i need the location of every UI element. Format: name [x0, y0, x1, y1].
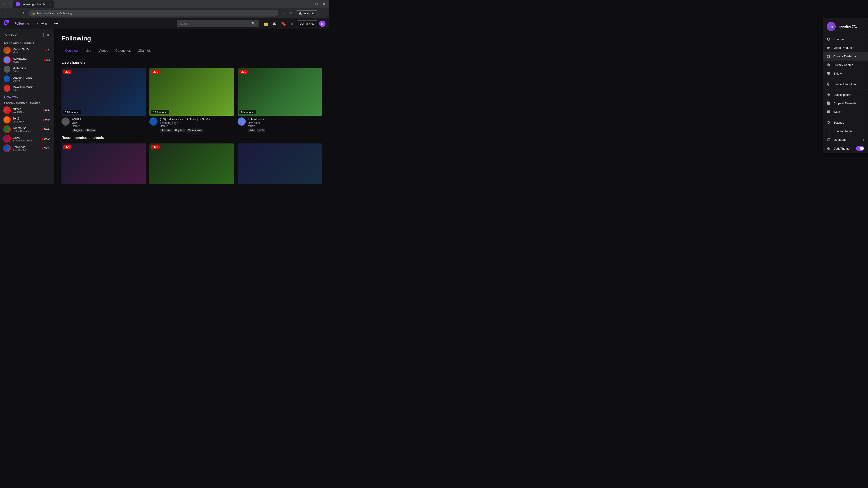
sidebar-item[interactable]: caseoh_ 60 Seconds! Reat... 60.1K: [0, 134, 54, 143]
sidebar-collapse-button[interactable]: ←|: [39, 32, 45, 37]
sidebar-item[interactable]: ironmouse Lethal Company 16.6K: [0, 125, 54, 134]
streamer-avatar: [61, 118, 70, 126]
page-title: Following: [61, 35, 322, 42]
maximize-button[interactable]: □: [313, 1, 320, 7]
user-avatar-button[interactable]: M: [319, 21, 326, 27]
minimize-button[interactable]: —: [304, 1, 312, 7]
channel-sub: Offline: [13, 89, 51, 92]
live-indicator: [45, 50, 47, 51]
channel-info: ironmouse Lethal Company: [13, 126, 39, 132]
tab-live[interactable]: Live: [82, 46, 95, 55]
tab-categories[interactable]: Categories: [112, 46, 134, 55]
viewer-count: 386: [44, 59, 51, 61]
channel-info: TenZ VALORANT: [13, 117, 41, 123]
channel-card[interactable]: LIVE 1.3K viewers ANREL yowe Dota 2 Engl…: [61, 68, 146, 134]
channel-card[interactable]: LIVE 1.9K viewers (EN) Falcons vs PSG Qu…: [149, 68, 234, 134]
sidebar-item[interactable]: KaiCenat Just Chatting 63.2K: [0, 143, 54, 153]
channel-name: KaiCenat: [13, 145, 39, 149]
tab-channels[interactable]: Channels: [134, 46, 155, 55]
refresh-button[interactable]: ↻: [21, 10, 27, 16]
sidebar-item[interactable]: s0mcs VALORANT 8.3K: [0, 105, 54, 115]
sidebar-item[interactable]: MikaRoseMusic Offline: [0, 84, 54, 93]
show-more-button[interactable]: Show More: [0, 93, 54, 100]
stream-title: ANREL: [72, 118, 146, 121]
channel-sub: Just Chatting: [13, 149, 39, 151]
sidebar-item[interactable]: RayRachel Music 386: [0, 55, 54, 65]
stream-tag[interactable]: Esports: [160, 129, 172, 132]
channel-card[interactable]: LIVE 617 viewers Lots of fish ar RayRach…: [238, 68, 322, 134]
tab-back-button[interactable]: ‹: [2, 1, 6, 7]
viewer-count: 9.8K: [43, 119, 51, 121]
channel-card[interactable]: [238, 143, 322, 184]
url-bar[interactable]: 🔒 twitch.tv/directory/following: [29, 10, 278, 17]
stream-tag[interactable]: MLS: [257, 129, 266, 132]
channel-name: betboom_eng2: [13, 76, 51, 79]
new-tab-button[interactable]: +: [55, 1, 61, 7]
channel-avatar: [4, 57, 10, 63]
search-input[interactable]: [177, 22, 249, 25]
bookmark-button[interactable]: ☆: [280, 10, 286, 16]
tab-close-button[interactable]: ×: [49, 2, 51, 6]
sidebar-item[interactable]: betboom_eng2 Offline: [0, 74, 54, 84]
live-badge: LIVE: [63, 145, 71, 149]
prime-crown-button[interactable]: 👑: [262, 20, 270, 28]
live-badge: LIVE: [151, 145, 159, 149]
browser-menu-button[interactable]: ⋮: [320, 10, 327, 16]
channel-meta: (EN) Falcons vs PSG Quest | bo3 ( 0 - ..…: [149, 116, 234, 134]
back-button[interactable]: ←: [3, 10, 10, 16]
channel-name: RayRachel: [13, 57, 42, 60]
tab-videos[interactable]: Videos: [95, 46, 112, 55]
tab-overview[interactable]: Overview: [61, 46, 82, 55]
sidebar-header: For You ←| ⇅: [0, 29, 54, 40]
channel-thumbnail: LIVE: [149, 143, 234, 184]
content-area: Following Overview Live Videos Categorie…: [54, 29, 329, 184]
sidebar-item[interactable]: TenZ VALORANT 9.8K: [0, 115, 54, 125]
recommended-channels-label: RECOMMENDED CHANNELS: [0, 100, 54, 105]
channel-sub: 60 Seconds! Reat...: [13, 139, 39, 142]
inbox-button[interactable]: ✉: [272, 20, 278, 28]
channel-card[interactable]: LIVE: [61, 143, 146, 184]
nav-more-button[interactable]: •••: [53, 20, 60, 27]
stream-tag[interactable]: Tournament: [186, 129, 203, 132]
sidebar-item[interactable]: Magic899TV Music 54: [0, 46, 54, 55]
stream-tags: English Filipino: [72, 129, 146, 132]
extensions-button[interactable]: ⧉: [288, 10, 294, 16]
channel-info: betboom_eng2 Offline: [13, 76, 51, 82]
stream-title: Lots of fish ar: [248, 118, 322, 121]
channel-sub: Music: [13, 60, 42, 63]
stream-tag[interactable]: English: [174, 129, 185, 132]
viewer-count: 60.1K: [41, 137, 51, 140]
notifications-button[interactable]: 🔖: [280, 20, 287, 28]
stream-tag[interactable]: English: [72, 129, 84, 132]
nav-following[interactable]: Following: [13, 18, 31, 29]
viewer-count: 8.3K: [43, 109, 51, 111]
recommended-channels-grid: LIVE LIVE: [61, 143, 322, 184]
channel-name: kkatamina: [13, 66, 51, 70]
live-badge: LIVE: [151, 70, 159, 74]
stream-meta-info: (EN) Falcons vs PSG Quest | bo3 ( 0 - ..…: [160, 118, 234, 132]
tab-forward-button[interactable]: ›: [7, 1, 12, 7]
channel-name: caseoh_: [13, 136, 39, 139]
drops-button[interactable]: ◈: [289, 20, 295, 28]
twitch-logo[interactable]: [4, 20, 9, 27]
address-bar: ← → ↻ 🔒 twitch.tv/directory/following ☆ …: [0, 8, 329, 18]
stream-tag[interactable]: Filipino: [85, 129, 96, 132]
stream-tag[interactable]: fish: [248, 129, 255, 132]
channel-name: TenZ: [13, 117, 41, 120]
stream-title: (EN) Falcons vs PSG Quest | bo3 ( 0 - ..…: [160, 118, 234, 121]
get-ad-free-button[interactable]: Get Ad-Free: [297, 21, 317, 27]
sidebar-sort-button[interactable]: ⇅: [46, 32, 51, 37]
channel-avatar: [4, 66, 10, 73]
sidebar-item[interactable]: kkatamina Offline: [0, 65, 54, 74]
channel-thumbnail: LIVE 1.9K viewers: [149, 68, 234, 116]
active-tab[interactable]: t Following - Twitch ×: [13, 0, 54, 8]
sidebar-header-actions: ←| ⇅: [39, 32, 51, 37]
channel-card[interactable]: LIVE: [149, 143, 234, 184]
nav-browse[interactable]: Browse: [35, 18, 49, 29]
stream-meta-info: Lots of fish ar RayRachel Music fish MLS: [248, 118, 322, 132]
live-indicator: [41, 148, 43, 149]
close-window-button[interactable]: ×: [321, 1, 327, 7]
search-button[interactable]: 🔍: [249, 20, 258, 27]
channel-info: MikaRoseMusic Offline: [13, 86, 51, 92]
forward-button[interactable]: →: [12, 10, 19, 16]
